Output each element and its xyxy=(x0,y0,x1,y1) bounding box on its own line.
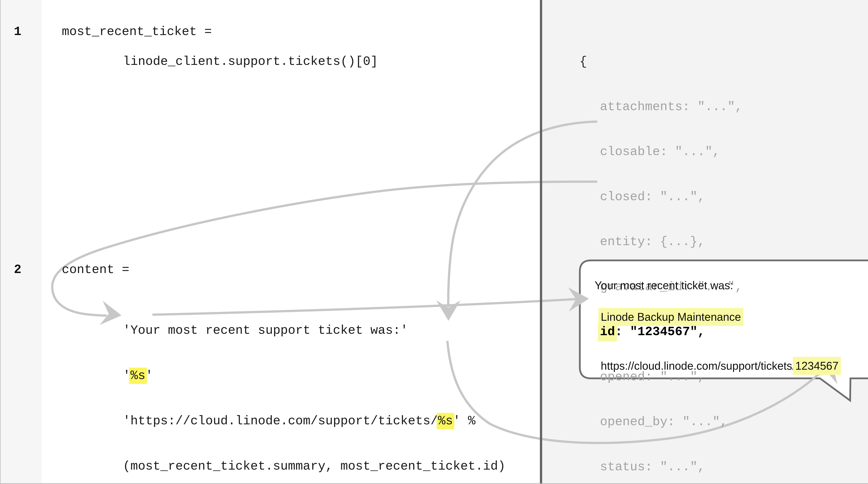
line-number-1: 1 xyxy=(14,24,21,39)
code-string-2: '%s' xyxy=(123,368,505,383)
code-line-client-call: linode_client.support.tickets()[0] xyxy=(123,54,378,69)
arrowhead-right-at-placeholder xyxy=(100,301,123,327)
bubble-title: Your most recent ticket was: xyxy=(595,277,733,293)
screenshot-bottom-edge xyxy=(0,483,868,484)
bubble-url-line: https://cloud.linode.com/support/tickets… xyxy=(595,342,838,374)
code-line-content: content = xyxy=(62,262,129,278)
code-tuple-line: (most_recent_ticket.summary, most_recent… xyxy=(123,459,505,474)
code-string-3: 'https://cloud.linode.com/support/ticket… xyxy=(123,414,505,429)
json-open-brace: { xyxy=(580,54,868,69)
code-string-block: 'Your most recent support ticket was:' '… xyxy=(123,293,505,484)
bubble-ticket-id-highlight: 1234567 xyxy=(793,357,841,375)
code-line-assignment: most_recent_ticket = xyxy=(62,24,212,39)
placeholder-highlight-id: %s xyxy=(437,413,454,429)
json-line-opened-by: opened_by: "...", xyxy=(580,414,868,429)
json-object-block: { attachments: "...", closable: "...", c… xyxy=(580,24,868,484)
bubble-summary-line: Linode Backup Maintenance xyxy=(595,292,741,325)
json-line-id: id: "1234567", xyxy=(580,324,868,340)
line-number-2: 2 xyxy=(14,262,21,278)
json-line-closed: closed: "...", xyxy=(580,189,868,204)
diagram-page: { "left": { "num1": "1", "num2": "2", "l… xyxy=(0,0,868,484)
arrow-id-to-url-placeholder xyxy=(448,122,597,308)
code-string-1: 'Your most recent support ticket was:' xyxy=(123,323,505,338)
bubble-summary-highlight: Linode Backup Maintenance xyxy=(598,308,744,326)
placeholder-highlight-summary: %s xyxy=(129,367,147,384)
json-line-status: status: "...", xyxy=(580,459,868,475)
json-line-closable: closable: "...", xyxy=(580,144,868,159)
json-line-attachments: attachments: "...", xyxy=(580,99,868,115)
panel-divider xyxy=(540,0,542,484)
json-line-entity: entity: {...}, xyxy=(580,234,868,250)
